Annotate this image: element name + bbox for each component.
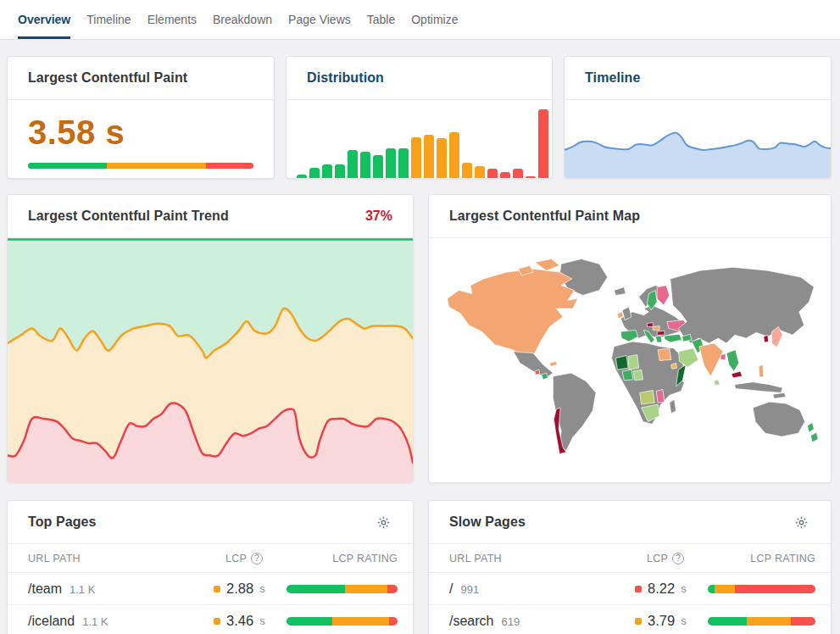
distribution-bar	[424, 135, 434, 178]
region-madagascar	[670, 399, 676, 414]
distribution-bar	[500, 172, 510, 178]
help-icon[interactable]: ?	[672, 553, 684, 564]
region-asia	[670, 267, 815, 343]
tab-optimize[interactable]: Optimize	[411, 0, 458, 39]
map-chart	[429, 238, 831, 475]
slow-pages-title: Slow Pages	[449, 514, 526, 530]
region-finland	[657, 286, 670, 305]
timeline-card-header: Timeline	[565, 57, 831, 100]
rating-segment-red	[387, 585, 398, 593]
rating-segment-green	[286, 585, 345, 593]
top-pages-header: Top Pages	[8, 501, 413, 544]
timeline-chart	[565, 100, 831, 178]
region-turkey	[665, 334, 681, 342]
distribution-bar	[373, 155, 383, 178]
world-map	[436, 245, 824, 469]
region-ghana	[622, 370, 633, 381]
region-egypt	[658, 348, 671, 361]
distribution-bar	[360, 152, 370, 178]
distribution-bar	[462, 163, 472, 178]
lcp-cell: 3.46s	[202, 613, 286, 629]
dashboard: Largest Contentful Paint 3.58 s Distribu…	[0, 40, 840, 634]
region-sri-lanka	[714, 380, 720, 386]
rating-segment-orange	[715, 585, 735, 593]
map-card-title: Largest Contentful Paint Map	[449, 209, 640, 224]
distribution-card-header: Distribution	[286, 57, 552, 100]
table-row[interactable]: /991 8.22s	[429, 573, 831, 605]
url-path: /	[449, 581, 453, 597]
help-icon[interactable]: ?	[251, 553, 263, 564]
timeline-area-chart	[565, 100, 831, 178]
region-mozambique	[656, 389, 665, 403]
lcp-cell: 3.79s	[623, 613, 708, 629]
detail-row: Largest Contentful Paint Trend 37% Large…	[7, 194, 832, 483]
tab-bar: OverviewTimelineElementsBreakdownPage Vi…	[0, 0, 840, 40]
slow-pages-header: Slow Pages	[429, 501, 831, 544]
region-spain	[620, 330, 637, 342]
region-angola-zambia	[640, 390, 655, 404]
lcp-rating-bar	[708, 617, 815, 626]
lcp-unit: s	[259, 582, 265, 595]
distribution-bar	[398, 148, 409, 178]
pages-row: Top Pages URL PATH LCP? LCP RATING /team…	[7, 500, 832, 634]
top-pages-title: Top Pages	[28, 514, 97, 530]
trend-stacked-area-chart	[8, 238, 413, 482]
tab-table[interactable]: Table	[367, 0, 395, 39]
distribution-bar	[335, 164, 345, 178]
slow-pages-card: Slow Pages URL PATH LCP? LCP RATING /991…	[428, 500, 832, 634]
lcp-card-title: Largest Contentful Paint	[28, 70, 187, 86]
top-pages-settings-button[interactable]	[374, 513, 392, 531]
distribution-card-title[interactable]: Distribution	[307, 70, 384, 86]
table-row[interactable]: /team1.1 K 2.88s	[8, 573, 413, 605]
distribution-bar	[411, 137, 421, 178]
column-lcp-rating: LCP RATING	[708, 553, 815, 564]
timeline-card-title[interactable]: Timeline	[585, 70, 640, 86]
lcp-rating-bar	[286, 617, 398, 626]
table-row[interactable]: /search619 3.79s	[429, 605, 831, 634]
region-hungary	[653, 325, 659, 330]
rating-dot	[635, 586, 642, 592]
column-lcp: LCP?	[202, 553, 286, 564]
table-row[interactable]: /iceland1.1 K 3.46s	[8, 605, 413, 634]
lcp-unit: s	[259, 615, 265, 627]
trend-card-title: Largest Contentful Paint Trend	[28, 209, 229, 224]
tab-page-views[interactable]: Page Views	[288, 0, 351, 39]
column-url-path: URL PATH	[449, 553, 623, 564]
page-view-count: 1.1 K	[82, 615, 108, 628]
lcp-rating-bar	[708, 585, 815, 593]
column-url-path: URL PATH	[28, 553, 202, 564]
region-new-zealand	[810, 432, 818, 442]
rating-segment-orange	[345, 585, 387, 593]
slow-pages-settings-button[interactable]	[792, 513, 810, 531]
column-lcp: LCP?	[623, 553, 708, 564]
gear-icon	[794, 515, 809, 530]
region-greece	[655, 336, 662, 342]
lcp-card-body: 3.58 s	[8, 100, 274, 169]
rating-segment-orange	[747, 617, 791, 626]
rating-dot	[635, 618, 642, 625]
tab-breakdown[interactable]: Breakdown	[213, 0, 272, 39]
distribution-bar	[475, 166, 485, 178]
rating-dot	[214, 618, 220, 625]
column-lcp-rating: LCP RATING	[286, 553, 398, 564]
region-new-zealand	[808, 422, 815, 432]
lcp-value-unit: s	[105, 114, 125, 151]
page-view-count: 619	[501, 615, 520, 628]
lcp-rating-bar	[286, 585, 398, 593]
distribution-bar	[437, 138, 447, 178]
region-myanmar-thailand	[726, 350, 739, 371]
distribution-bar	[322, 164, 332, 178]
lcp-rating-gauge	[28, 163, 253, 169]
url-cell: /search619	[449, 614, 623, 629]
distribution-bar	[297, 175, 307, 178]
top-pages-column-headers: URL PATH LCP? LCP RATING	[8, 544, 413, 573]
tab-timeline[interactable]: Timeline	[86, 0, 131, 39]
rating-segment-green	[708, 617, 747, 626]
lcp-unit: s	[681, 615, 687, 627]
tab-elements[interactable]: Elements	[147, 0, 197, 39]
gear-icon	[376, 515, 391, 530]
rating-segment-orange	[332, 617, 389, 626]
tab-overview[interactable]: Overview	[18, 0, 70, 39]
distribution-chart	[286, 100, 552, 178]
url-path: /team	[28, 581, 62, 597]
